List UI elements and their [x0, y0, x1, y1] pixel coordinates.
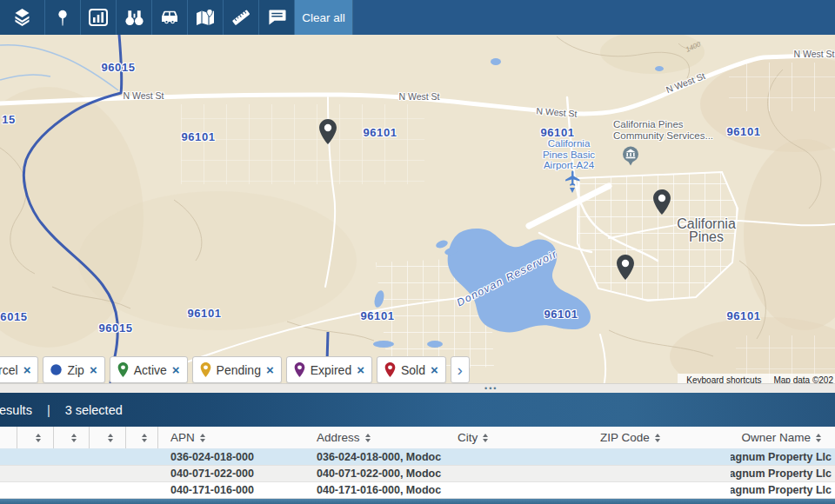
column-header-city[interactable]: City — [445, 427, 584, 448]
chip-label: Parcel — [0, 363, 18, 377]
top-toolbar: Clear all — [0, 0, 835, 35]
chip-close-icon[interactable]: × — [90, 363, 97, 376]
drag-dots-icon: ••• — [484, 384, 498, 393]
cell-owner: Magnum Property Llc — [731, 449, 835, 465]
chart-icon — [89, 9, 108, 26]
column-header-apn[interactable]: APN — [158, 427, 304, 448]
map-base-layer — [0, 35, 835, 393]
car-icon — [159, 9, 180, 26]
chip-label: Expired — [311, 363, 351, 377]
chart-button[interactable] — [81, 0, 117, 35]
sort-icon — [36, 434, 41, 442]
cell-apn: 036-024-018-000 — [158, 449, 304, 465]
chip-label: Zip — [67, 363, 84, 377]
cell-apn: 040-071-022-000 — [158, 466, 304, 481]
pin-icon — [200, 362, 211, 377]
column-header[interactable] — [54, 427, 90, 448]
binoculars-button[interactable] — [117, 0, 152, 35]
chip-sold[interactable]: Sold × — [377, 356, 446, 383]
column-header[interactable] — [17, 427, 54, 448]
map-icon — [196, 9, 215, 27]
sort-icon — [816, 434, 821, 442]
comment-button[interactable] — [259, 0, 295, 35]
panel-resize-handle[interactable]: ••• — [0, 383, 835, 393]
map-region[interactable]: 96015 96101 96101 96101 96101 15 96015 9… — [0, 35, 835, 393]
toolbar-spacer — [353, 0, 835, 35]
chip-close-icon[interactable]: × — [431, 363, 438, 376]
pin-icon — [117, 362, 129, 377]
table-row[interactable]: 040-071-022-000 040-071-022-000, Modoc M… — [0, 466, 835, 482]
sort-icon — [365, 434, 371, 442]
pin-icon — [294, 362, 305, 377]
pin-icon — [55, 9, 70, 27]
sort-icon — [108, 434, 113, 442]
sort-icon — [142, 434, 147, 442]
map-marker-1[interactable] — [318, 119, 337, 148]
results-count-partial: esults — [0, 403, 32, 417]
chips-more-button[interactable]: › — [451, 356, 470, 383]
chip-label: Sold — [401, 363, 425, 377]
table-row[interactable]: 040-171-016-000 040-171-016-000, Modoc M… — [0, 482, 835, 499]
column-header-address[interactable]: Address — [304, 427, 445, 448]
chip-parcel[interactable]: Parcel × — [0, 356, 38, 383]
table-scrollbar[interactable] — [0, 499, 835, 504]
map-marker-3[interactable] — [616, 255, 635, 283]
table-header: APN Address City ZIP Code Owner Name — [0, 427, 835, 449]
airport-marker-icon[interactable] — [564, 170, 580, 197]
cell-address: 036-024-018-000, Modoc — [304, 449, 445, 465]
chip-zip[interactable]: Zip × — [43, 356, 104, 383]
cell-city — [445, 449, 584, 465]
chip-pending[interactable]: Pending × — [192, 356, 282, 383]
column-header[interactable] — [90, 427, 126, 448]
column-header-owner[interactable]: Owner Name — [731, 427, 835, 448]
results-divider: | — [47, 403, 50, 417]
layers-button[interactable] — [0, 0, 45, 35]
pin-icon — [384, 362, 396, 377]
ruler-icon — [231, 8, 250, 27]
comment-icon — [268, 9, 286, 26]
chip-label: Pending — [217, 363, 261, 377]
table-row[interactable]: 036-024-018-000 036-024-018-000, Modoc M… — [0, 449, 835, 466]
selected-count: 3 selected — [65, 403, 123, 417]
cell-zip — [584, 482, 731, 498]
chip-close-icon[interactable]: × — [172, 363, 180, 376]
column-header[interactable] — [0, 427, 17, 448]
cell-address: 040-171-016-000, Modoc — [304, 482, 445, 498]
column-header-zip[interactable]: ZIP Code — [584, 427, 731, 448]
chip-close-icon[interactable]: × — [23, 363, 31, 376]
filter-chips-row: Parcel × Zip × Active × Pending × Expire… — [0, 356, 470, 383]
layers-icon — [13, 8, 31, 27]
circle-icon — [50, 364, 62, 375]
cell-zip — [584, 449, 731, 465]
map-marker-2[interactable] — [652, 189, 671, 218]
cell-address: 040-071-022-000, Modoc — [304, 466, 445, 481]
chip-expired[interactable]: Expired × — [286, 356, 372, 383]
parcel-search-app: Clear all — [0, 0, 835, 504]
ruler-button[interactable] — [224, 0, 259, 35]
cell-city — [445, 482, 584, 498]
results-bar: esults | 3 selected — [0, 393, 835, 427]
cell-owner: Magnum Property Llc — [731, 466, 835, 481]
binoculars-icon — [124, 9, 144, 26]
sort-icon — [655, 434, 660, 442]
sort-icon — [483, 434, 488, 442]
sort-icon — [200, 434, 205, 442]
cell-owner: Magnum Property Llc — [731, 482, 835, 498]
cell-apn: 040-171-016-000 — [158, 482, 304, 498]
cell-city — [445, 466, 584, 481]
column-header[interactable] — [126, 427, 158, 448]
cell-zip — [584, 466, 731, 481]
chip-active[interactable]: Active × — [110, 356, 188, 383]
sort-icon — [71, 434, 77, 442]
map-button[interactable] — [188, 0, 224, 35]
community-marker-icon[interactable] — [622, 146, 639, 170]
chip-close-icon[interactable]: × — [357, 363, 364, 376]
pin-button[interactable] — [45, 0, 81, 35]
car-button[interactable] — [152, 0, 188, 35]
chip-close-icon[interactable]: × — [266, 363, 274, 376]
chip-label: Active — [134, 363, 167, 377]
clear-all-button[interactable]: Clear all — [295, 0, 353, 35]
